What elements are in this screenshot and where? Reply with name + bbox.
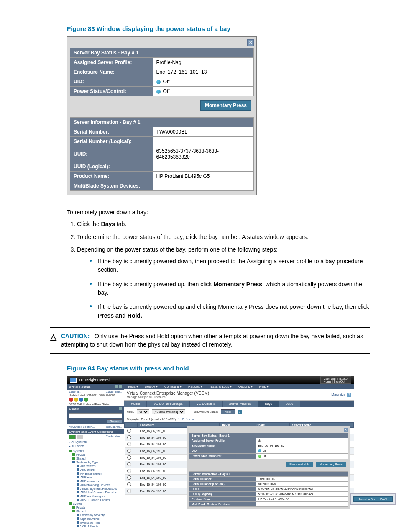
close-icon[interactable]: ✕ <box>247 39 254 46</box>
popup-profile-v: dp <box>256 438 348 443</box>
row-radio[interactable] <box>127 489 131 493</box>
legend-link[interactable]: Legend... <box>69 390 81 393</box>
tree-enclosures[interactable]: All Enclosures <box>69 479 122 483</box>
menu-deploy[interactable]: Deploy ▾ <box>141 384 161 389</box>
caution-text: CAUTION: Only use the Press and Hold opt… <box>61 332 370 349</box>
press-and-hold-button[interactable]: Press and Hold <box>286 462 313 467</box>
customize2-link[interactable]: Customize... <box>106 435 122 439</box>
tree-systems[interactable]: Systems <box>69 449 122 453</box>
tree-events-shared[interactable]: Shared <box>69 509 122 513</box>
tree-systems-type[interactable]: Systems by Type <box>69 460 122 464</box>
page-next[interactable]: Next » <box>185 418 194 421</box>
row-radio[interactable] <box>127 429 131 433</box>
filter-button[interactable]: Filter <box>221 409 235 414</box>
status-info-icon[interactable] <box>79 398 83 402</box>
filter-select-2[interactable]: [No data available] <box>152 409 185 414</box>
profile-label: Assigned Server Profile: <box>70 58 153 67</box>
tree-racks[interactable]: All Racks <box>69 475 122 479</box>
tree-signin-events[interactable]: Sign-In Events <box>69 517 122 521</box>
search-button[interactable]: Search <box>107 419 122 423</box>
row-radio[interactable] <box>127 469 131 473</box>
maximize-link[interactable]: Maximize <box>331 393 345 396</box>
view-icon-1[interactable] <box>69 435 76 439</box>
page-1[interactable]: 1 <box>178 418 180 421</box>
tree-vc-groups[interactable]: All VC Domain Groups <box>69 498 122 502</box>
view-icon-2[interactable] <box>77 435 83 439</box>
all-systems-link[interactable]: ▸ All Systems <box>67 440 124 444</box>
tree-all-systems[interactable]: All Systems <box>69 464 122 468</box>
momentary-press-button[interactable]: Momentary Press <box>200 100 251 111</box>
row-radio[interactable] <box>127 449 131 453</box>
show-more-checkbox[interactable] <box>188 410 192 414</box>
tree-networking[interactable]: All Networking Devices <box>69 483 122 487</box>
customize-link[interactable]: Customize... <box>106 390 122 393</box>
page-2[interactable]: 2 <box>182 418 184 421</box>
tabbar: Home VC Domain Groups VC Domains Server … <box>124 401 354 407</box>
tab-vc-domains[interactable]: VC Domains <box>190 401 223 407</box>
tab-vc-groups[interactable]: VC Domain Groups <box>147 401 189 407</box>
server-info-header: Server Information - Bay # 1 <box>70 118 254 127</box>
tree-vcem-events[interactable]: VCEM Events <box>69 524 122 528</box>
momentary-press-button[interactable]: Momentary Press <box>316 462 346 467</box>
all-events-link[interactable]: ▸ All Events <box>67 444 124 448</box>
step-2: To determine the power status of the bay… <box>77 233 370 241</box>
tree-shared[interactable]: Shared <box>69 457 122 460</box>
header-icons[interactable] <box>115 385 122 389</box>
row-radio[interactable] <box>127 475 131 480</box>
advanced-search-link[interactable]: Advanced Search... <box>69 425 95 428</box>
search-input[interactable] <box>69 413 122 418</box>
unassign-profile-button[interactable]: Unassign Server Profile <box>353 496 393 502</box>
status-critical-icon[interactable] <box>69 398 73 402</box>
tree-events-private[interactable]: Private <box>69 506 122 509</box>
tree-vc-domains[interactable]: All Virtual Connect Domains <box>69 491 122 494</box>
tab-jobs[interactable]: Jobs <box>279 401 300 407</box>
row-radio[interactable] <box>127 462 131 466</box>
tab-server-profiles[interactable]: Server Profiles <box>223 401 258 407</box>
tree-all-servers[interactable]: All Servers <box>69 468 122 472</box>
filter-select-1[interactable]: All <box>137 409 149 414</box>
tool-search-link[interactable]: Tool Search... <box>104 425 122 428</box>
status-ok-icon[interactable] <box>84 398 88 402</box>
uid-led-icon <box>156 80 161 84</box>
user-area: User: Administrator Home | Sign Out <box>320 376 351 384</box>
popup-enc-l: Enclosure Name: <box>189 443 256 448</box>
menu-options[interactable]: Options ▾ <box>235 384 256 389</box>
uid-label: UID: <box>70 77 153 87</box>
row-radio[interactable] <box>127 435 131 439</box>
popup-close-icon[interactable]: ✕ <box>344 428 348 432</box>
popup-pwr-l: Power Status/Control: <box>189 453 256 459</box>
popup-serlog-v: VCY0J2J3RV <box>256 481 348 486</box>
tab-home[interactable]: Home <box>124 401 147 407</box>
titlebar: HP Insight Control User: Administrator H… <box>67 376 354 384</box>
menu-reports[interactable]: Reports ▾ <box>185 384 206 389</box>
help-icon[interactable]: ? <box>347 393 351 397</box>
status-warning-icon[interactable] <box>74 398 78 402</box>
popup-uid-l: UID: <box>189 448 256 453</box>
tree-events-time[interactable]: Events by Time <box>69 521 122 524</box>
tree-mgmt-proc[interactable]: All Management Processors <box>69 487 122 491</box>
row-radio[interactable] <box>127 442 131 446</box>
menu-tools[interactable]: Tools ▾ <box>124 384 141 389</box>
multiblade-value <box>153 181 253 191</box>
collapse-icon[interactable] <box>118 407 122 411</box>
search-header: Search <box>67 406 124 412</box>
tab-bays[interactable]: Bays <box>258 401 279 407</box>
menu-help[interactable]: Help ▾ <box>256 384 272 389</box>
tree-rack-mgrs[interactable]: All Rack Managers <box>69 494 122 498</box>
popup-profile-l: Assigned Server Profile: <box>189 438 256 443</box>
close-row: ✕ <box>70 39 254 46</box>
tree-private[interactable]: Private <box>69 453 122 457</box>
power-led-icon <box>156 90 161 94</box>
menu-configure[interactable]: Configure ▾ <box>161 384 185 389</box>
menu-tasks[interactable]: Tasks & Logs ▾ <box>206 384 235 389</box>
uuid-logical-value <box>153 162 253 172</box>
tree-bladesystem[interactable]: HP BladeSystem <box>69 472 122 475</box>
row-radio[interactable] <box>127 455 131 460</box>
filter-help-icon[interactable]: ? <box>238 410 242 414</box>
tree-events[interactable]: Events <box>69 502 122 506</box>
row-radio[interactable] <box>127 482 131 486</box>
tree-events-severity[interactable]: Events by Severity <box>69 513 122 517</box>
server-info-table: Server Information - Bay # 1 Serial Numb… <box>70 117 254 191</box>
popup-pwr-v: On <box>256 453 348 459</box>
home-signout-links[interactable]: Home | Sign Out <box>323 380 345 383</box>
